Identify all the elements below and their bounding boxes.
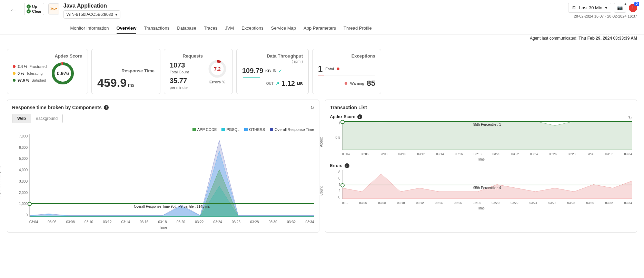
left-chart-title: Response time broken by Components [12,105,102,110]
tab-exceptions[interactable]: Exceptions [241,23,264,34]
ex-title: Exceptions [318,53,375,59]
arrow-in-icon: ↙ [278,68,282,73]
tab-service-map[interactable]: Service Map [271,23,296,34]
plot-ylabel: Response Time (ms) [0,165,1,200]
mini-xaxis: 03:0403:0603:0803:1003:1203:1403:1603:18… [342,152,632,156]
legend-item[interactable]: APP CODE [192,127,217,132]
ex-warn-label: Warning [350,81,364,85]
dt-in-label: IN [273,69,276,73]
time-range-select[interactable]: 🗓 Last 30 Min ▾ [568,3,611,13]
back-button[interactable]: ← [7,3,20,17]
subtab-background[interactable]: Background [31,114,62,123]
dt-out-unit: MB [297,82,303,86]
tab-overview[interactable]: Overview [117,23,137,34]
subtab-web[interactable]: Web [12,114,31,123]
errors-ring: 7.2 [208,59,227,79]
dt-title: Data Throughput [242,53,303,59]
dt-out-label: OUT [266,82,274,85]
fatal-dot-icon [337,68,339,70]
tabs: Monitor InformationOverviewTransactionsD… [63,23,564,34]
ex-warn-count: 85 [367,79,375,88]
percentile-marker-icon [340,183,345,187]
app-title: Java Application [63,3,564,9]
mini-xlabel: Time [477,157,485,161]
status-up-label: Up [32,4,37,9]
legend-item[interactable]: PGSQL [221,127,239,132]
info-icon[interactable]: i [357,114,362,119]
apdex-card: Apdex Score 2.4 % Frustrated0 % Tolerati… [7,49,88,94]
response-plot: Response Time (ms) 7,0006,0005,0004,0003… [12,134,314,227]
legend-item[interactable]: Overall Response Time [270,127,314,132]
apdex-value: 0.976 [57,71,69,76]
legend-dot-icon [13,65,16,68]
mini-xlabel: Time [477,206,485,210]
transaction-panel: Transaction List Apdex Scorei ↻ Apdex 10… [325,100,637,233]
warning-dot-icon [345,82,347,85]
alert-badge[interactable]: !2 [629,4,637,12]
status-clear-label: Clear [32,9,42,13]
history-icon[interactable]: ↻ [628,115,632,121]
arrow-out-icon: ↗ [276,81,279,86]
percentile-marker-icon [340,120,345,124]
dt-subtitle: ( rpm ) [242,59,303,63]
requests-card: Requests 1073 Total Count 35.77 per minu… [164,49,233,94]
apdex-mini-plot: Apdex 10.5 95th Percentile : 1 03:0403:0… [330,121,632,159]
plot-xaxis: 03:0403:0603:0803:1003:1203:1403:1603:18… [29,220,314,224]
tab-thread-profile[interactable]: Thread Profile [344,23,372,34]
mini-ylabel: Apdex [319,137,323,147]
legend-dot-icon [13,72,16,75]
host-select[interactable]: WIN-6T50IACO5B6:8080▾ [63,10,120,19]
tab-traces[interactable]: Traces [204,23,217,34]
req-permin-label: per minute [170,85,203,90]
status-clear[interactable]: ✓Clear [27,9,42,13]
legend-swatch-icon [221,128,225,131]
percentile-line: 95th Percentile : 1 [343,121,632,126]
mini-ylabel: Count [319,186,323,196]
req-title: Requests [170,53,203,59]
mini-xaxis: 03:..03:0603:0803:1003:1203:1403:1603:18… [342,201,632,205]
ex-fatal-count: 1 [318,64,323,74]
req-permin: 35.77 [170,77,203,85]
percentile-line: Overall Response Time 95th Percentile : … [30,203,314,208]
snapshot-button[interactable]: 📷+ [614,3,626,13]
legend-swatch-icon [192,128,196,131]
info-icon[interactable]: i [345,163,349,168]
calendar-icon: 🗓 [572,5,576,10]
transaction-title: Transaction List [330,105,367,110]
tab-app-parameters[interactable]: App Parameters [304,23,336,34]
rt-unit: ms [128,82,135,88]
status-buttons: ↑Up ✓Clear [24,3,44,15]
chart-sub-tabs: WebBackground [12,114,63,123]
legend-swatch-icon [244,128,248,131]
agent-communicated: Agent last communicated: Thu Feb 29, 202… [0,34,644,43]
apdex-legend: 2.4 % Frustrated0 % Tolerating97.6 % Sat… [13,64,47,82]
legend-swatch-icon [270,128,273,131]
req-total: 1073 [170,61,203,69]
errors-label: Errors % [208,80,227,84]
dt-in-bar [243,77,260,78]
history-icon[interactable]: ↻ [310,105,314,110]
tab-monitor-information[interactable]: Monitor Information [70,23,109,34]
dt-in-unit: KB [265,69,271,73]
time-range-sub: 28-02-2024 16:07 - 28-02-2024 16:37 [574,14,637,18]
response-chart-panel: Response time broken by Componentsi ↻ We… [7,100,319,233]
legend-item[interactable]: OTHERS [244,127,265,132]
chevron-down-icon: ▾ [605,5,607,10]
alert-count: 2 [634,2,639,6]
info-icon[interactable]: i [104,105,109,110]
exceptions-card: Exceptions 1Fatal Warning85 [312,49,381,94]
mini-apdex-title: Apdex Score [330,114,355,119]
plot-yaxis: 7,0006,0005,0004,0003,0002,0001,0000 [12,134,28,217]
status-up[interactable]: ↑Up [27,4,42,9]
percentile-line: 95th Percentile : 4 [343,185,632,190]
tab-database[interactable]: Database [177,23,196,34]
apdex-legend-row: 2.4 % Frustrated [13,64,47,69]
tab-jvm[interactable]: JVM [225,23,234,34]
apdex-legend-row: 0 % Tolerating [13,71,47,75]
tab-transactions[interactable]: Transactions [144,23,169,34]
apdex-ring: 0.976 [51,61,75,85]
time-range-label: Last 30 Min [579,5,602,10]
errors-mini-plot: Count 86420 95th Percentile : 4 03:..03:… [330,170,632,208]
chevron-down-icon: ▾ [115,12,117,17]
apdex-legend-row: 97.6 % Satisfied [13,78,47,82]
